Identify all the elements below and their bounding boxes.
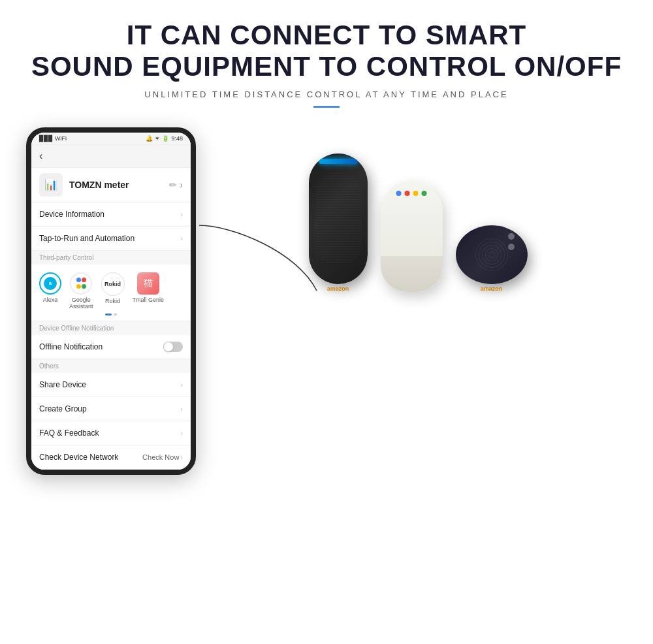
alarm-icon: 🔔 [146, 135, 153, 142]
alexa-item[interactable]: a Alexa [39, 272, 61, 304]
check-network-label: Check Device Network [39, 453, 118, 462]
gh-dot-red [405, 191, 410, 196]
title-line2: SOUND EQUIPMENT TO CONTROL ON/OFF [31, 51, 622, 82]
faq-label: FAQ & Feedback [39, 428, 99, 438]
chevron-icon: › [180, 381, 183, 389]
rokid-text: Rokid [104, 281, 121, 287]
chevron-icon: › [180, 405, 183, 413]
chevron-icon: › [180, 210, 183, 218]
tmall-label: Tmall Genie [133, 297, 165, 304]
ga-dot-red [82, 278, 86, 282]
status-left: ▉▉▉ WiFi [39, 135, 67, 142]
rokid-label: Rokid [105, 298, 120, 305]
echo-ring [319, 159, 358, 164]
device-icon: 📊 [39, 173, 63, 197]
alexa-inner: a [44, 277, 57, 290]
indicator-dots [39, 314, 183, 315]
carrier-signal: ▉▉▉ [39, 135, 53, 142]
ga-dot-blue [76, 278, 81, 282]
phone-container: ▉▉▉ WiFi 🔔 ✶ 🔋 9:48 ‹ [26, 127, 196, 475]
third-party-section: a Alexa [31, 265, 191, 322]
faq-item[interactable]: FAQ & Feedback › [31, 421, 191, 445]
menu-list: Device Information › Tap-to-Run and Auto… [31, 202, 191, 251]
ga-dot-yellow [76, 284, 81, 289]
phone-wrapper: ▉▉▉ WiFi 🔔 ✶ 🔋 9:48 ‹ [26, 127, 196, 475]
dot-btn-1 [508, 233, 515, 240]
subtitle: UNLIMITED TIME DISTANCE CONTROL AT ANY T… [0, 89, 653, 99]
battery-icon: 🔋 [162, 135, 169, 142]
echo-dot-buttons [508, 233, 515, 250]
rokid-item[interactable]: Rokid Rokid [101, 272, 125, 305]
main-title: IT CAN CONNECT TO SMART SOUND EQUIPMENT … [0, 20, 653, 83]
alexa-text: a [49, 280, 52, 286]
check-now-label: Check Now [142, 453, 179, 461]
amazon-dot-label: amazon [481, 285, 503, 292]
toggle-knob [164, 342, 173, 351]
gh-dot-blue [396, 191, 402, 196]
tap-run-label: Tap-to-Run and Automation [39, 234, 135, 243]
menu-item-device-info[interactable]: Device Information › [31, 202, 191, 227]
google-home-base [381, 256, 443, 292]
toggle-row: Offline Notification [31, 335, 191, 359]
echo-body [309, 153, 368, 284]
dot-btn-2 [508, 244, 515, 250]
alexa-label: Alexa [43, 297, 58, 304]
third-party-icons: a Alexa [39, 272, 183, 311]
echo-mesh [315, 173, 361, 265]
third-party-section-label: Third-party Control [31, 251, 191, 265]
bluetooth-icon: ✶ [155, 135, 160, 142]
chevron-icon: › [180, 429, 183, 437]
tmall-icon: 猫 [137, 272, 159, 295]
notification-section: Offline Notification [31, 335, 191, 359]
back-button[interactable]: ‹ [39, 150, 42, 162]
google-home-top-dots [396, 191, 427, 196]
time-display: 9:48 [171, 135, 183, 142]
google-home-body [381, 181, 443, 292]
amazon-echo-speaker: amazon [309, 153, 368, 292]
create-group-item[interactable]: Create Group › [31, 397, 191, 421]
menu-item-tap-run[interactable]: Tap-to-Run and Automation › [31, 227, 191, 251]
status-bar: ▉▉▉ WiFi 🔔 ✶ 🔋 9:48 [31, 133, 191, 145]
google-assistant-icon [70, 272, 92, 295]
wifi-icon: WiFi [55, 135, 67, 142]
echo-dot-speaker-mesh [475, 238, 508, 271]
amazon-echo-dot-speaker: amazon [456, 225, 528, 292]
dot-active [105, 314, 112, 315]
create-group-label: Create Group [39, 404, 87, 413]
gh-dot-yellow [413, 191, 419, 196]
alexa-icon: a [39, 272, 61, 295]
echo-dot-body [456, 225, 528, 284]
nav-bar: ‹ [31, 145, 191, 168]
chevron-icon: › [180, 234, 183, 242]
ga-dot-green [82, 284, 86, 289]
header-section: IT CAN CONNECT TO SMART SOUND EQUIPMENT … [0, 0, 653, 114]
google-home-speaker [381, 181, 443, 292]
phone-mockup: ▉▉▉ WiFi 🔔 ✶ 🔋 9:48 ‹ [26, 127, 196, 475]
speakers-section: amazon amazon [209, 127, 627, 298]
accent-divider [313, 106, 340, 108]
tmall-item[interactable]: 猫 Tmall Genie [133, 272, 165, 304]
check-network-item[interactable]: Check Device Network Check Now › [31, 445, 191, 470]
edit-icon[interactable]: ✏ › [169, 180, 183, 190]
share-device-label: Share Device [39, 380, 86, 389]
amazon-label: amazon [327, 285, 349, 292]
others-menu-list: Share Device › Create Group › FAQ & Feed… [31, 373, 191, 470]
dot-inactive [114, 314, 117, 315]
title-line1: IT CAN CONNECT TO SMART [127, 20, 527, 50]
share-device-item[interactable]: Share Device › [31, 373, 191, 397]
device-info-label: Device Information [39, 210, 104, 219]
ga-dots [75, 278, 87, 289]
offline-notification-label: Offline Notification [39, 342, 103, 351]
google-assistant-label: GoogleAssistant [69, 297, 93, 311]
rokid-icon: Rokid [101, 272, 125, 296]
status-right: 🔔 ✶ 🔋 9:48 [146, 135, 183, 142]
chevron-icon: › [180, 453, 183, 461]
offline-toggle[interactable] [163, 342, 183, 352]
offline-section-label: Device Offline Notification [31, 321, 191, 335]
gh-dot-green [422, 191, 427, 196]
device-header: 📊 TOMZN meter ✏ › [31, 168, 191, 202]
device-name: TOMZN meter [69, 180, 163, 190]
others-section-label: Others [31, 359, 191, 373]
google-assistant-item[interactable]: GoogleAssistant [69, 272, 93, 311]
tmall-glyph: 猫 [144, 278, 153, 289]
